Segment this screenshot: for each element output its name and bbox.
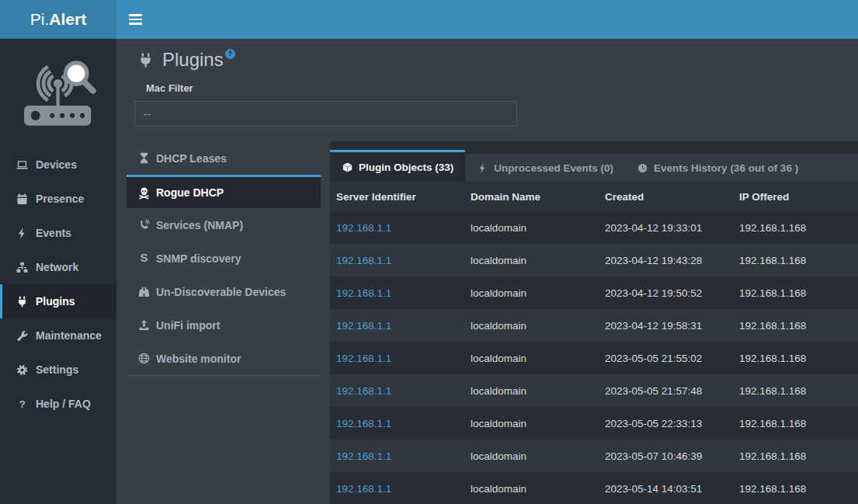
help-badge[interactable]: ? <box>225 49 235 59</box>
ip-offered-cell: 192.168.1.168 <box>733 440 858 472</box>
plugin-nav-item-dhcp-leases[interactable]: DHCP Leases <box>127 141 321 175</box>
created-cell: 2023-04-12 19:50:52 <box>599 276 733 309</box>
binoculars-icon <box>137 285 151 298</box>
laptop-icon <box>16 158 29 172</box>
domain-name-cell: localdomain <box>464 374 599 407</box>
hourglass-icon <box>137 151 151 165</box>
plugin-nav-item-label: Rogue DHCP <box>156 186 224 199</box>
table-row: 192.168.1.1localdomain2023-04-12 19:58:3… <box>330 309 858 342</box>
sidebar-item-devices[interactable]: Devices <box>0 148 116 182</box>
bolt-icon <box>477 162 488 174</box>
tab-label: Events History (36 out of 36 ) <box>654 162 798 174</box>
globe-icon <box>137 352 151 365</box>
mac-filter-input[interactable] <box>134 101 517 127</box>
sidebar-item-label: Devices <box>36 158 77 171</box>
server-identifier-link[interactable]: 192.168.1.1 <box>336 255 391 266</box>
mac-filter-label: Mac Filter <box>146 82 858 94</box>
domain-name-cell: localdomain <box>464 342 599 374</box>
column-header-created[interactable]: Created <box>599 182 733 211</box>
page-title: Plugins <box>162 47 224 73</box>
table-row: 192.168.1.1localdomain2023-05-05 21:57:4… <box>330 374 858 407</box>
question-icon <box>16 398 29 411</box>
plugin-nav-item-label: Services (NMAP) <box>156 219 243 231</box>
table-header-row: Server IdentifierDomain NameCreatedIP Of… <box>330 182 858 211</box>
sidebar-menu: DevicesPresenceEventsNetworkPluginsMaint… <box>0 148 116 421</box>
created-cell: 2023-05-05 21:57:48 <box>599 374 733 407</box>
plugin-nav-item-services-nmap[interactable]: Services (NMAP) <box>127 208 321 242</box>
table-row: 192.168.1.1localdomain2023-04-12 19:33:0… <box>330 211 858 244</box>
tab-label: Plugin Objects (33) <box>359 162 453 173</box>
table-row: 192.168.1.1localdomain2023-04-12 19:43:2… <box>330 244 858 276</box>
created-cell: 2023-05-05 21:55:02 <box>599 342 733 374</box>
created-cell: 2023-05-07 10:46:39 <box>599 440 733 472</box>
sidebar-item-label: Settings <box>36 363 78 376</box>
table-row: 192.168.1.1localdomain2023-05-05 22:33:1… <box>330 407 858 440</box>
server-identifier-link[interactable]: 192.168.1.1 <box>336 287 391 299</box>
plugin-nav-item-unifi-import[interactable]: UniFi import <box>127 308 321 342</box>
app-brand[interactable]: Pi.Alert <box>0 0 116 39</box>
sidebar-item-plugins[interactable]: Plugins <box>0 284 116 318</box>
brand-text-light: Pi. <box>30 10 50 29</box>
column-header-ip-offered[interactable]: IP Offered <box>733 182 858 211</box>
tab-unprocessed-events-0[interactable]: Unprocessed Events (0) <box>465 154 625 182</box>
sidebar-item-label: Help / FAQ <box>36 398 91 410</box>
tab-bar: Plugin Objects (33)Unprocessed Events (0… <box>330 141 858 182</box>
plugin-nav-item-label: Un-Discoverable Devices <box>156 286 286 298</box>
plugin-nav-item-website-monitor[interactable]: Website monitor <box>127 342 321 375</box>
plugin-nav-item-rogue-dhcp[interactable]: Rogue DHCP <box>127 175 321 208</box>
domain-name-cell: localdomain <box>464 472 599 504</box>
hamburger-icon <box>129 14 142 16</box>
server-identifier-link[interactable]: 192.168.1.1 <box>336 320 391 332</box>
plugin-nav-item-un-discoverable-devices[interactable]: Un-Discoverable Devices <box>127 275 321 308</box>
server-identifier-link[interactable]: 192.168.1.1 <box>336 353 391 364</box>
tab-label: Unprocessed Events (0) <box>494 162 613 174</box>
ip-offered-cell: 192.168.1.168 <box>733 244 858 276</box>
ip-offered-cell: 192.168.1.168 <box>733 211 858 244</box>
domain-name-cell: localdomain <box>464 309 599 342</box>
server-identifier-link[interactable]: 192.168.1.1 <box>336 450 391 462</box>
sidebar-item-help-faq[interactable]: Help / FAQ <box>0 387 116 421</box>
sidebar-item-maintenance[interactable]: Maintenance <box>0 318 116 353</box>
sidebar-item-label: Maintenance <box>36 329 102 342</box>
lower-split: DHCP LeasesRogue DHCPServices (NMAP)SNMP… <box>116 141 858 504</box>
plugin-nav-item-label: DHCP Leases <box>156 152 227 165</box>
cube-icon <box>342 162 353 173</box>
server-identifier-link[interactable]: 192.168.1.1 <box>336 418 391 429</box>
sidebar-toggle-button[interactable] <box>116 0 154 39</box>
sidebar-item-label: Network <box>36 261 78 273</box>
domain-name-cell: localdomain <box>464 440 599 472</box>
table-body: 192.168.1.1localdomain2023-04-12 19:33:0… <box>330 211 858 504</box>
column-header-domain-name[interactable]: Domain Name <box>464 182 599 211</box>
server-identifier-link[interactable]: 192.168.1.1 <box>336 222 391 234</box>
column-header-server-identifier[interactable]: Server Identifier <box>330 182 464 211</box>
server-identifier-link[interactable]: 192.168.1.1 <box>336 483 391 495</box>
sidebar-item-label: Presence <box>36 193 84 205</box>
domain-name-cell: localdomain <box>464 276 599 309</box>
brand-text-bold: Alert <box>49 10 86 29</box>
sidebar-item-network[interactable]: Network <box>0 250 116 284</box>
plugin-nav-item-snmp-discovery[interactable]: SNMP discovery <box>127 242 321 275</box>
router-magnifier-logo <box>15 53 102 134</box>
sidebar-item-settings[interactable]: Settings <box>0 353 116 387</box>
table-row: 192.168.1.1localdomain2023-04-12 19:50:5… <box>330 276 858 309</box>
domain-name-cell: localdomain <box>464 211 599 244</box>
phone-signal-icon <box>137 218 151 231</box>
page-header: Plugins ? <box>116 39 858 73</box>
tab-plugin-objects-33[interactable]: Plugin Objects (33) <box>330 150 465 182</box>
skull-crossbones-icon <box>137 186 151 200</box>
content-area: Plugins ? Mac Filter DHCP LeasesRogue DH… <box>116 39 858 504</box>
ip-offered-cell: 192.168.1.168 <box>733 309 858 342</box>
mac-filter-block: Mac Filter <box>134 82 858 127</box>
sidebar-item-presence[interactable]: Presence <box>0 182 116 216</box>
bolt-icon <box>16 227 29 240</box>
ip-offered-cell: 192.168.1.168 <box>733 276 858 309</box>
server-identifier-link[interactable]: 192.168.1.1 <box>336 385 391 397</box>
sidebar-item-events[interactable]: Events <box>0 216 116 250</box>
plug-icon <box>16 295 29 308</box>
wrench-icon <box>16 329 29 342</box>
tab-events-history-36-out-of-36[interactable]: Events History (36 out of 36 ) <box>625 154 810 182</box>
app-logo-image <box>0 39 116 148</box>
plugin-nav-item-label: Website monitor <box>156 353 241 365</box>
upload-icon <box>137 318 151 332</box>
s-letter-icon <box>137 252 151 265</box>
